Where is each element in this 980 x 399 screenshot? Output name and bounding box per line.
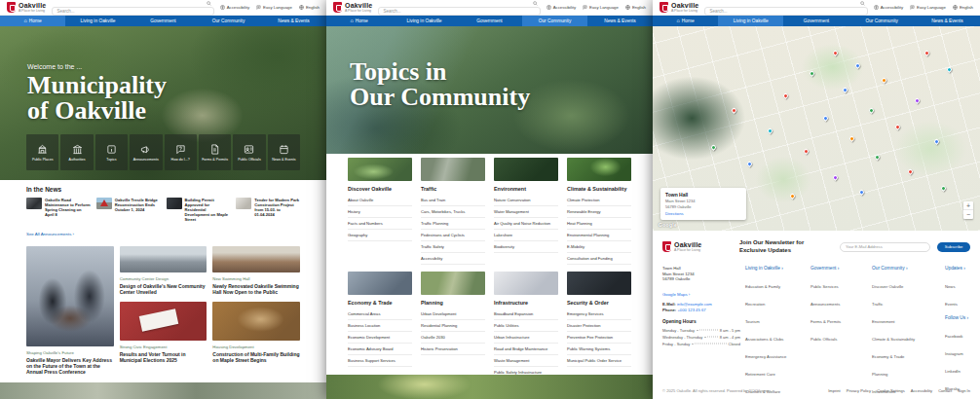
footer-link[interactable]: Emergency Assistance — [745, 354, 786, 359]
legal-link[interactable]: Privacy Policy — [847, 388, 871, 393]
topic-link[interactable]: About Oakville — [348, 195, 412, 205]
footer-link[interactable]: Retirement Care — [745, 372, 775, 377]
ticker-item[interactable]: Oakville Road Maintenance to Perform Spr… — [26, 198, 91, 222]
topic-link[interactable]: Pedestrians and Cyclists — [421, 230, 485, 240]
map-pin[interactable] — [874, 154, 881, 161]
topic-photo[interactable] — [421, 158, 485, 181]
topic-photo[interactable] — [567, 272, 631, 295]
map-pin[interactable] — [858, 189, 865, 196]
accessibility-button[interactable]: Accessibility — [547, 5, 576, 10]
search-input[interactable] — [378, 7, 540, 16]
topic-link[interactable]: Facts and Numbers — [348, 218, 412, 229]
map-pin[interactable] — [854, 62, 861, 69]
google-maps-link[interactable]: Google Maps › — [662, 292, 690, 298]
topic-link[interactable]: Heat Planning — [567, 218, 631, 229]
tile-public-officials[interactable]: Public Officials — [233, 134, 265, 170]
topic-link[interactable]: Disaster Protection — [567, 320, 631, 331]
search-icon[interactable] — [533, 1, 538, 6]
footer-column-title[interactable]: Government › — [810, 266, 867, 271]
topic-link[interactable]: Preventive Fire Protection — [567, 332, 631, 343]
map-pin[interactable] — [842, 87, 848, 93]
topic-link[interactable]: Bus and Train — [421, 195, 485, 205]
map-pin[interactable] — [923, 50, 930, 56]
footer-column-title[interactable]: Updates › — [945, 266, 970, 271]
search-icon[interactable] — [860, 1, 865, 6]
nav-home[interactable]: ⌂Home — [326, 16, 392, 26]
tile-announcements[interactable]: Announcements — [130, 134, 162, 170]
topic-photo[interactable] — [421, 272, 485, 295]
follow-us-title[interactable]: Follow Us › — [945, 315, 970, 320]
logo[interactable]: Oakville A Place for Living — [333, 2, 372, 13]
phone-link[interactable]: +000 123 45 67 — [677, 308, 705, 312]
nav-government[interactable]: Government — [131, 16, 196, 26]
topic-photo[interactable] — [494, 272, 558, 295]
footer-link[interactable]: Traffic — [872, 302, 883, 307]
topic-photo[interactable] — [494, 158, 558, 181]
topic-link[interactable]: Public Utilities — [494, 320, 558, 331]
topic-link[interactable]: Traffic Planning — [421, 218, 485, 229]
topic-link[interactable]: Waste Management — [494, 355, 558, 366]
footer-link[interactable]: Climate & Sustainability — [872, 337, 915, 342]
footer-link[interactable]: Planning — [872, 372, 887, 377]
map-pin[interactable] — [832, 174, 839, 181]
footer-link[interactable]: Public Officials — [810, 337, 837, 342]
easy-language-button[interactable]: Easy Language — [583, 5, 619, 10]
topic-link[interactable]: Municipal Public Order Service — [567, 355, 631, 366]
topic-title[interactable]: Traffic — [421, 186, 485, 192]
footer-logo[interactable]: Oakville A Place for Living — [662, 241, 733, 252]
email-link[interactable]: info@example.com — [677, 302, 712, 307]
topic-link[interactable]: Biodiversity — [494, 241, 558, 252]
topic-link[interactable]: Geography — [348, 230, 412, 240]
logo[interactable]: Oakville A Place for Living — [7, 2, 46, 13]
topic-link[interactable]: Nature Conservation — [494, 195, 558, 205]
topic-link[interactable]: Historic Preservation — [421, 344, 485, 354]
footer-column-title[interactable]: Our Community › — [872, 266, 940, 271]
footer-link[interactable]: Recreation — [745, 302, 765, 307]
footer-link[interactable]: Environment — [872, 319, 895, 324]
map-pin[interactable] — [710, 144, 717, 151]
topic-link[interactable]: Urban Infrastructure — [494, 332, 558, 343]
map-directions-link[interactable]: Directions — [665, 211, 741, 216]
topic-title[interactable]: Infrastructure — [494, 300, 558, 306]
topic-link[interactable]: Oakville 2030 — [421, 332, 485, 343]
language-button[interactable]: English — [625, 5, 646, 10]
footer-link[interactable]: Public Services — [810, 284, 839, 289]
map-pin[interactable] — [746, 161, 753, 167]
topic-link[interactable]: Air Quality and Noise Reduction — [494, 218, 558, 229]
topic-link[interactable]: Economic Development — [348, 332, 412, 343]
topic-title[interactable]: Planning — [421, 300, 485, 306]
newsletter-email-input[interactable] — [840, 242, 930, 252]
topic-link[interactable]: Business Support Services — [348, 355, 412, 366]
nav-home[interactable]: ⌂Home — [0, 16, 65, 26]
topic-link[interactable]: Urban Development — [421, 308, 485, 319]
map-pin[interactable] — [914, 96, 921, 103]
topic-title[interactable]: Environment — [494, 186, 558, 192]
legal-link[interactable]: Contact — [938, 388, 952, 393]
topic-link[interactable]: Residential Planning — [421, 320, 485, 331]
footer-link[interactable]: Associations & Clubs — [745, 337, 783, 342]
footer-link[interactable]: Announcements — [810, 302, 840, 307]
news-card[interactable]: Community Center Design Design of Oakvil… — [120, 246, 207, 295]
language-button[interactable]: English — [953, 5, 973, 10]
footer-column-title[interactable]: Living in Oakville › — [745, 266, 806, 271]
topic-link[interactable]: Water Management — [494, 206, 558, 217]
tile-authorities[interactable]: Authorities — [60, 134, 93, 170]
legal-link[interactable]: Sign In — [958, 388, 970, 393]
nav-news[interactable]: News & Events — [587, 16, 653, 26]
news-card[interactable]: Housing Development Construction of Mult… — [212, 302, 300, 363]
map-pin[interactable] — [881, 76, 887, 83]
zoom-in-button[interactable]: + — [963, 201, 973, 210]
search-input[interactable] — [704, 7, 867, 16]
topic-link[interactable]: Emergency Services — [567, 308, 631, 319]
accessibility-button[interactable]: Accessibility — [874, 5, 903, 10]
news-card[interactable]: New Swimming Hall Newly Renovated Oakvil… — [212, 246, 300, 295]
topic-link[interactable]: E-Mobility — [567, 241, 631, 252]
topic-link[interactable]: Public Warning Systems — [567, 344, 631, 354]
map-pin[interactable] — [767, 127, 773, 134]
social-link[interactable]: LinkedIn — [945, 369, 961, 374]
map-pin[interactable] — [894, 124, 901, 130]
tile-news-events[interactable]: News & Events — [268, 134, 300, 170]
nav-home[interactable]: ⌂Home — [653, 16, 718, 26]
footer-link[interactable]: Events — [945, 302, 958, 307]
ticker-item[interactable]: Oakville Trestle Bridge Reconstruction E… — [96, 198, 161, 222]
